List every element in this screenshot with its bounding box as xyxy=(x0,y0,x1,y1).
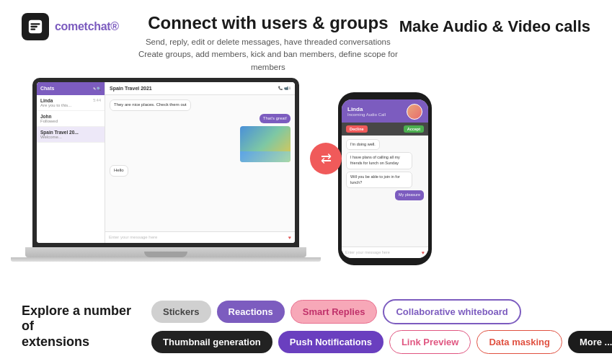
chat-main: Spain Travel 2021 📞 📹 ℹ They are nice pl… xyxy=(105,82,295,243)
sidebar-header-label: Chats xyxy=(40,86,54,91)
msg-received-2: Hello xyxy=(110,165,128,177)
laptop-mockup: Chats ✎ 🔍 Linda 5:44 Are you to this... … xyxy=(14,78,317,262)
phone-notch xyxy=(371,92,399,98)
ext-btn-link-preview[interactable]: Link Preview xyxy=(389,330,471,354)
logo-tm: ® xyxy=(110,20,119,32)
chat-name-spain: Spain Travel 20... xyxy=(40,130,79,135)
chat-name-linda: Linda xyxy=(40,98,53,103)
phone-msg-4: My pleasure xyxy=(395,190,424,200)
logo-text: cometchat® xyxy=(55,20,119,33)
ext-btn-push-notif[interactable]: Push Notifications xyxy=(278,331,383,353)
chat-msg-linda: Are you to this... xyxy=(40,103,101,107)
ext-btn-more[interactable]: More ... xyxy=(568,331,612,353)
phone-input-bar: Enter your message here ♥ xyxy=(342,247,428,258)
chat-name-john: John xyxy=(40,114,52,119)
ext-row-1: Stickers Reactions Smart Replies Collabo… xyxy=(151,299,612,324)
chat-ui: Chats ✎ 🔍 Linda 5:44 Are you to this... … xyxy=(37,82,295,243)
chat-time-linda: 5:44 xyxy=(93,98,101,102)
hero-subtitle: Send, reply, edit or delete messages, ha… xyxy=(137,36,399,74)
accept-button[interactable]: Accept xyxy=(404,125,424,133)
chat-item-john[interactable]: John Followed xyxy=(37,111,105,127)
phone-outer: Linda Incoming Audio Call Decline Accept… xyxy=(338,92,432,265)
laptop-screen-inner: Chats ✎ 🔍 Linda 5:44 Are you to this... … xyxy=(37,82,295,243)
chat-main-title: Spain Travel 2021 xyxy=(110,86,152,91)
hero-title: Connect with users & groups xyxy=(148,13,388,33)
chat-sidebar-header: Chats ✎ 🔍 xyxy=(37,82,105,95)
extensions-label: Explore a number of extensions xyxy=(22,303,137,350)
phone-msg-2: I have plans of calling all my friends f… xyxy=(346,152,412,169)
chat-item-spain[interactable]: Spain Travel 20... Welcome... xyxy=(37,127,105,143)
ext-btn-reactions[interactable]: Reactions xyxy=(217,301,285,323)
ext-btn-stickers[interactable]: Stickers xyxy=(151,301,211,323)
phone-top-bar: Linda Incoming Audio Call xyxy=(342,99,428,123)
phone-incoming-bar: Decline Accept xyxy=(342,123,428,136)
logo-brand: comet xyxy=(55,20,88,32)
chat-sidebar: Chats ✎ 🔍 Linda 5:44 Are you to this... … xyxy=(37,82,105,243)
msg-image xyxy=(240,126,291,162)
laptop-screen: Chats ✎ 🔍 Linda 5:44 Are you to this... … xyxy=(32,78,299,247)
logo-area: cometchat® xyxy=(22,13,137,40)
chat-item-linda[interactable]: Linda 5:44 Are you to this... xyxy=(37,95,105,111)
chat-input-placeholder[interactable]: Enter your message here xyxy=(109,235,286,239)
chat-msg-spain: Welcome... xyxy=(40,135,101,139)
ext-label-line2: extensions xyxy=(22,334,89,349)
ext-btn-data-masking[interactable]: Data masking xyxy=(476,330,562,354)
header: cometchat® Connect with users & groups S… xyxy=(0,0,612,74)
extensions-buttons: Stickers Reactions Smart Replies Collabo… xyxy=(151,299,612,354)
ext-label-line1: Explore a number of xyxy=(22,303,131,334)
right-hero-title: Make Audio & Video calls xyxy=(399,17,590,36)
logo-accent: chat xyxy=(88,20,111,32)
chat-main-header: Spain Travel 2021 📞 📹 ℹ xyxy=(105,82,295,95)
laptop-foot xyxy=(11,257,321,262)
hero-sub-line2: Create groups, add members, kick and ban… xyxy=(138,50,398,71)
logo-icon xyxy=(22,13,49,40)
chat-input-bar: Enter your message here ♥ xyxy=(105,231,295,243)
laptop-notch xyxy=(144,252,187,257)
extensions-bar: Explore a number of extensions Stickers … xyxy=(0,289,612,364)
phone-input-placeholder[interactable]: Enter your message here xyxy=(345,250,422,254)
laptop-base xyxy=(25,247,306,257)
main-hero: Connect with users & groups Send, reply,… xyxy=(137,13,399,74)
swap-icon: ⇄ xyxy=(310,143,342,174)
phone-messages: I'm doing well. I have plans of calling … xyxy=(342,136,428,247)
ext-row-2: Thumbnail generation Push Notifications … xyxy=(151,330,612,354)
ext-btn-smart-replies[interactable]: Smart Replies xyxy=(291,300,378,324)
hero-sub-line1: Send, reply, edit or delete messages, ha… xyxy=(146,37,391,46)
phone-avatar xyxy=(407,104,422,120)
phone-msg-1: I'm doing well. xyxy=(346,139,380,151)
chat-msg-john: Followed xyxy=(40,119,101,123)
phone-caller-name: Linda xyxy=(347,106,386,112)
decline-button[interactable]: Decline xyxy=(346,125,368,133)
phone-screen: Linda Incoming Audio Call Decline Accept… xyxy=(342,99,428,258)
phone-call-status: Incoming Audio Call xyxy=(347,112,386,117)
msg-received-1: They are nice places. Check them out xyxy=(110,99,191,111)
phone-msg-3: Will you be able to join in for lunch? xyxy=(346,172,412,188)
content-area: Chats ✎ 🔍 Linda 5:44 Are you to this... … xyxy=(0,78,612,265)
phone-mockup: Linda Incoming Audio Call Decline Accept… xyxy=(334,92,435,265)
ext-btn-thumbnail[interactable]: Thumbnail generation xyxy=(151,331,272,353)
msg-sent-1: That's great! xyxy=(260,114,291,124)
ext-btn-whiteboard[interactable]: Collaborative whiteboard xyxy=(383,299,520,324)
chat-messages: They are nice places. Check them out Tha… xyxy=(105,95,295,231)
